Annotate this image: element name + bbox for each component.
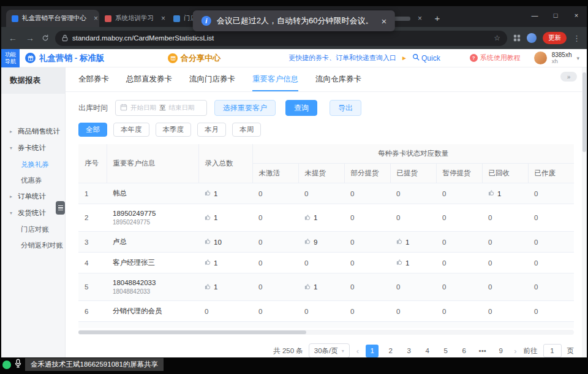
- page-size-select[interactable]: 30条/页 ▾: [309, 343, 350, 357]
- more-pages-icon[interactable]: •••: [476, 345, 489, 357]
- browser-tab-training[interactable]: 系统培训学习 ×: [99, 10, 168, 27]
- col-index: 序号: [78, 144, 107, 183]
- count-link[interactable]: 1: [205, 189, 217, 197]
- count-link[interactable]: 1: [396, 238, 409, 246]
- card-count-icon: [205, 214, 211, 222]
- date-range-input[interactable]: 开始日期 至 结束日期: [115, 100, 207, 116]
- sidebar-item-goods-sales[interactable]: ▸ 商品销售统计: [1, 123, 65, 140]
- col-status-recycled: 已回收: [482, 164, 528, 183]
- forward-icon[interactable]: →: [24, 33, 36, 43]
- page-number[interactable]: 6: [458, 345, 470, 357]
- count-value: 0: [442, 190, 446, 197]
- status-cell: 0: [528, 204, 574, 232]
- count-link[interactable]: 1: [396, 259, 409, 267]
- new-tab-button[interactable]: +: [430, 10, 445, 25]
- count-link[interactable]: 1: [304, 214, 317, 222]
- share-center-link[interactable]: 合分享中心: [168, 53, 221, 64]
- count-link[interactable]: 1: [205, 214, 217, 222]
- tab-close-icon[interactable]: ×: [94, 15, 98, 22]
- tab-hq-direct-cards[interactable]: 总部直发券卡: [126, 67, 172, 91]
- count-value: 1: [405, 259, 409, 267]
- page-number[interactable]: 9: [494, 345, 507, 357]
- customer-name: 唐总: [113, 327, 192, 328]
- back-icon[interactable]: ←: [7, 33, 18, 43]
- tab-close-icon[interactable]: ×: [418, 15, 422, 22]
- sidebar-item-store-reconcile[interactable]: 门店对账: [1, 221, 65, 237]
- sidebar-item-card-stats[interactable]: ▾ 券卡统计: [1, 140, 65, 156]
- range-week-button[interactable]: 本周: [232, 123, 261, 137]
- count-link[interactable]: 1: [205, 259, 217, 267]
- browser-profile-avatar[interactable]: [527, 33, 537, 43]
- range-quarter-button[interactable]: 本季度: [156, 123, 192, 137]
- quick-entry-tip: 更快捷的券卡、订单和快递查询入口: [288, 53, 396, 63]
- next-page-icon[interactable]: ›: [513, 346, 518, 356]
- goto-page-input[interactable]: [543, 344, 562, 357]
- export-button[interactable]: 导出: [330, 100, 361, 116]
- microphone-icon[interactable]: [15, 359, 21, 370]
- browser-tab-gift-admin[interactable]: 礼盒营销平台管理中心 ×: [6, 10, 99, 27]
- refresh-icon[interactable]: [42, 34, 49, 42]
- sidebar-item-label: 发货统计: [18, 208, 46, 218]
- sidebar-float-handle[interactable]: [56, 201, 65, 215]
- sidebar-item-exchange-coupon[interactable]: 兑换礼券: [1, 156, 65, 172]
- chevron-down-icon[interactable]: ▾: [576, 55, 579, 61]
- quick-search-link[interactable]: Quick: [412, 53, 440, 63]
- tab-all-cards[interactable]: 全部券卡: [78, 67, 109, 91]
- close-window-button[interactable]: ×: [566, 6, 587, 25]
- browser-update-button[interactable]: 更新: [543, 32, 567, 44]
- tutorial-link[interactable]: ? 系统使用教程: [470, 53, 521, 63]
- url-text: standard.maboy.cn/CardMemberStatisticsLi…: [72, 34, 489, 42]
- page-number[interactable]: 4: [421, 345, 434, 357]
- vertical-scrollbar[interactable]: [582, 67, 587, 357]
- tab-store-flow-cards[interactable]: 流向门店券卡: [189, 67, 235, 91]
- filter-row: 出库时间 开始日期 至 结束日期 选择重要客户 查询 导出: [66, 92, 587, 116]
- count-link[interactable]: 1: [304, 283, 317, 291]
- customer-phone: 18950249775: [113, 219, 192, 226]
- tab-favicon: [12, 15, 18, 22]
- page-number[interactable]: 5: [439, 345, 452, 357]
- tab-warehouse-flow-cards[interactable]: 流向仓库券卡: [315, 67, 361, 91]
- sidebar-item-rebate-reconcile[interactable]: 分销返利对账: [1, 237, 65, 253]
- maximize-button[interactable]: □: [545, 6, 566, 25]
- share-center-icon: [168, 53, 178, 63]
- total-cell: 1: [198, 204, 252, 232]
- count-link[interactable]: 10: [205, 238, 222, 246]
- count-link[interactable]: 9: [304, 238, 317, 246]
- horizontal-scrollbar[interactable]: [78, 330, 574, 335]
- scrollbar-thumb[interactable]: [582, 72, 586, 152]
- search-button[interactable]: 查询: [285, 100, 317, 116]
- user-info[interactable]: 8385xh xh: [552, 52, 572, 64]
- sidebar-item-discount-coupon[interactable]: 优惠券: [1, 172, 65, 188]
- status-cell: 0: [482, 301, 528, 322]
- range-all-button[interactable]: 全部: [78, 123, 107, 137]
- range-month-button[interactable]: 本月: [197, 123, 226, 137]
- extensions-icon[interactable]: [513, 34, 521, 42]
- minimize-button[interactable]: —: [524, 6, 545, 25]
- browser-menu-icon[interactable]: ⋮: [573, 34, 581, 43]
- site-info-icon[interactable]: [62, 34, 68, 42]
- scrollbar-thumb[interactable]: [78, 330, 306, 334]
- tab-close-icon[interactable]: ×: [161, 15, 165, 22]
- chevron-right-icon: ▸: [10, 129, 15, 134]
- page-number[interactable]: 1: [366, 345, 379, 357]
- page-number[interactable]: 2: [384, 345, 397, 357]
- status-cell: 0: [528, 183, 574, 204]
- nav-toggle-line2: 导航: [5, 58, 16, 65]
- user-avatar[interactable]: [534, 52, 547, 64]
- bookmark-star-icon[interactable]: ☆: [494, 34, 500, 42]
- count-link[interactable]: 1: [488, 189, 501, 197]
- range-year-button[interactable]: 本年度: [113, 123, 149, 137]
- tab-important-customers[interactable]: 重要客户信息: [252, 67, 298, 91]
- status-cell: 1: [298, 204, 344, 232]
- page-number[interactable]: 3: [402, 345, 415, 357]
- status-cell: 0: [344, 183, 390, 204]
- count-link[interactable]: 1: [205, 283, 217, 291]
- toast-close-icon[interactable]: ×: [381, 16, 386, 26]
- count-value: 0: [304, 190, 308, 197]
- function-nav-toggle[interactable]: 功能 导航: [1, 49, 20, 67]
- prev-page-icon[interactable]: ‹: [355, 346, 360, 356]
- panel-collapse-button[interactable]: »: [560, 72, 577, 82]
- address-bar[interactable]: standard.maboy.cn/CardMemberStatisticsLi…: [55, 31, 507, 46]
- select-customer-button[interactable]: 选择重要客户: [214, 100, 276, 116]
- card-count-icon: [396, 238, 403, 246]
